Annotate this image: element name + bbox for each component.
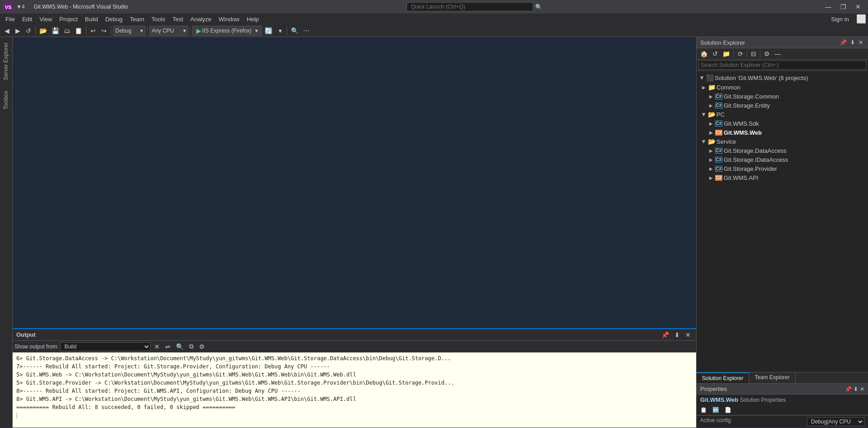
save-all-button[interactable]: 🗂 bbox=[62, 26, 72, 36]
tree-git-storage-common[interactable]: ▶ C# Git.Storage.Common bbox=[697, 92, 868, 101]
quick-launch-area: 🔍 bbox=[407, 2, 542, 11]
tree-git-storage-dataaccess[interactable]: ▶ C# Git.Storage.DataAccess bbox=[697, 146, 868, 155]
props-pages[interactable]: 📄 bbox=[723, 406, 733, 414]
se-refresh-button[interactable]: ↺ bbox=[711, 49, 720, 58]
common-label: Common bbox=[716, 84, 868, 91]
debug-config-dropdown[interactable]: Debug ▾ bbox=[113, 26, 145, 36]
output-copy-button[interactable]: ⧉ bbox=[187, 342, 195, 351]
tree-service-folder[interactable]: ▶ 📂 Service bbox=[697, 137, 868, 146]
menu-analyze[interactable]: Analyze bbox=[187, 15, 215, 24]
se-home-button[interactable]: 🏠 bbox=[698, 49, 710, 58]
tree-git-wms-web[interactable]: ▶ C# Git.WMS.Web bbox=[697, 128, 868, 137]
props-header: Properties 📌 ⬇ ✕ bbox=[697, 384, 868, 395]
tree-common-folder[interactable]: ▶ 📁 Common bbox=[697, 83, 868, 92]
se-close-button[interactable]: ✕ bbox=[857, 39, 864, 46]
close-button[interactable]: ✕ bbox=[852, 1, 864, 12]
show-output-label: Show output from: bbox=[14, 343, 58, 350]
active-config-label: Active config bbox=[700, 417, 731, 426]
gwweb-arrow: ▶ bbox=[707, 130, 715, 135]
open-file-button[interactable]: 📂 bbox=[38, 26, 49, 36]
output-filter-button[interactable]: ⚙ bbox=[197, 343, 207, 351]
tree-git-wms-sdk[interactable]: ▶ C# Git.WMS.Sdk bbox=[697, 119, 868, 128]
platform-label: Any CPU bbox=[152, 28, 174, 34]
output-line-1: 6> Git.Storage.DataAccess -> C:\Workstat… bbox=[16, 354, 693, 362]
props-close-button[interactable]: ✕ bbox=[860, 386, 864, 392]
menu-view[interactable]: View bbox=[36, 15, 56, 24]
se-sync-button[interactable]: ⟳ bbox=[736, 49, 745, 58]
server-explorer-tab[interactable]: Server Explorer bbox=[0, 37, 12, 85]
refresh-run-button[interactable]: 🔄 bbox=[263, 26, 274, 36]
menu-tools[interactable]: Tools bbox=[148, 15, 169, 24]
platform-dropdown[interactable]: Any CPU ▾ bbox=[149, 26, 188, 36]
maximize-button[interactable]: ❐ bbox=[837, 1, 850, 12]
gse-arrow: ▶ bbox=[707, 103, 715, 108]
maximize-icon[interactable]: ⬜ bbox=[856, 14, 866, 24]
se-tree: ▶ ⬛ Solution 'Git.WMS.Web' (8 projects) … bbox=[697, 71, 868, 372]
toolbox-tab[interactable]: Toolbox bbox=[0, 85, 12, 115]
gsida-arrow: ▶ bbox=[707, 157, 715, 162]
menu-help[interactable]: Help bbox=[243, 15, 263, 24]
tree-git-storage-entity[interactable]: ▶ C# Git.Storage.Entity bbox=[697, 101, 868, 110]
quick-launch-input[interactable] bbox=[407, 2, 533, 11]
output-find-button[interactable]: 🔍 bbox=[174, 343, 185, 351]
menu-window[interactable]: Window bbox=[215, 15, 243, 24]
minimize-button[interactable]: — bbox=[821, 1, 835, 12]
se-minus-button[interactable]: — bbox=[773, 49, 783, 58]
refresh-button[interactable]: ↺ bbox=[24, 26, 33, 36]
se-dock-button[interactable]: ⬇ bbox=[849, 39, 856, 46]
common-folder-icon: 📁 bbox=[707, 84, 716, 91]
menu-edit[interactable]: Edit bbox=[19, 15, 36, 24]
output-source-dropdown[interactable]: Build Debug Output bbox=[60, 342, 151, 351]
se-separator-2 bbox=[747, 50, 747, 57]
output-close-button[interactable]: ✕ bbox=[683, 331, 693, 339]
menu-build[interactable]: Build bbox=[81, 15, 102, 24]
output-dock-button[interactable]: ⬇ bbox=[673, 331, 682, 339]
gwweb-label: Git.WMS.Web bbox=[724, 129, 868, 136]
se-collapse-button[interactable]: 📁 bbox=[721, 49, 732, 58]
tree-git-storage-idataaccess[interactable]: ▶ C# Git.Storage.IDataAccess bbox=[697, 155, 868, 164]
gsc-icon: C# bbox=[715, 93, 723, 100]
se-tab-team-explorer[interactable]: Team Explorer bbox=[749, 372, 795, 383]
tree-git-storage-provider[interactable]: ▶ C# Git.Storage.Provider bbox=[697, 164, 868, 173]
left-tabs: Server Explorer Toolbox bbox=[0, 37, 13, 428]
se-search-input[interactable] bbox=[698, 61, 866, 70]
undo-button[interactable]: ↩ bbox=[88, 26, 98, 36]
props-content: Git.WMS.Web Solution Properties bbox=[697, 395, 868, 405]
se-settings-button[interactable]: ⚙ bbox=[762, 49, 772, 58]
forward-button[interactable]: ▶ bbox=[13, 26, 23, 36]
menu-file[interactable]: File bbox=[2, 15, 19, 24]
output-clear-button[interactable]: ✕ bbox=[152, 343, 161, 351]
menu-debug[interactable]: Debug bbox=[102, 15, 126, 24]
sign-in-link[interactable]: Sign in bbox=[827, 15, 853, 24]
active-config-dropdown[interactable]: Debug|Any CPU Release|Any CPU bbox=[807, 417, 864, 426]
menu-test[interactable]: Test bbox=[169, 15, 187, 24]
find-more-button[interactable]: ⋯ bbox=[301, 26, 311, 36]
save-button[interactable]: 💾 bbox=[50, 26, 61, 36]
find-button[interactable]: 🔍 bbox=[289, 26, 300, 36]
se-tab-solution-explorer[interactable]: Solution Explorer bbox=[697, 372, 749, 383]
back-button[interactable]: ◀ bbox=[2, 26, 12, 36]
save-item-button[interactable]: 📋 bbox=[73, 26, 84, 36]
run-options-button[interactable]: ▾ bbox=[275, 26, 285, 36]
redo-button[interactable]: ↪ bbox=[99, 26, 109, 36]
props-dock-button[interactable]: ⬇ bbox=[854, 386, 858, 392]
solution-explorer: Solution Explorer 📌 ⬇ ✕ 🏠 ↺ 📁 ⟳ ⊟ ⚙ — bbox=[696, 37, 868, 428]
run-button[interactable]: ▶ IIS Express (Firefox) ▾ bbox=[192, 26, 262, 36]
output-pin-button[interactable]: 📌 bbox=[659, 331, 671, 339]
output-word-wrap-button[interactable]: ⇌ bbox=[163, 343, 172, 351]
gsda-icon: C# bbox=[715, 147, 723, 154]
props-pin-button[interactable]: 📌 bbox=[845, 386, 852, 392]
prop-project-name: Git.WMS.Web bbox=[700, 396, 738, 403]
props-sort-alphabetical[interactable]: 🔤 bbox=[711, 406, 721, 414]
main-layout: Server Explorer Toolbox Output 📌 ⬇ ✕ Sho… bbox=[0, 37, 868, 428]
window-controls: — ❐ ✕ bbox=[821, 1, 864, 12]
menu-team[interactable]: Team bbox=[126, 15, 148, 24]
props-sort-by-category[interactable]: 📋 bbox=[698, 406, 709, 414]
tree-pc-folder[interactable]: ▶ 📂 PC bbox=[697, 110, 868, 119]
toolbar-separator-2 bbox=[86, 26, 86, 35]
solution-root[interactable]: ▶ ⬛ Solution 'Git.WMS.Web' (8 projects) bbox=[697, 73, 868, 83]
menu-project[interactable]: Project bbox=[56, 15, 81, 24]
se-filter-button[interactable]: ⊟ bbox=[749, 49, 758, 58]
tree-git-wms-api[interactable]: ▶ C# Git.WMS.API bbox=[697, 173, 868, 182]
se-pin-button[interactable]: 📌 bbox=[839, 39, 848, 46]
